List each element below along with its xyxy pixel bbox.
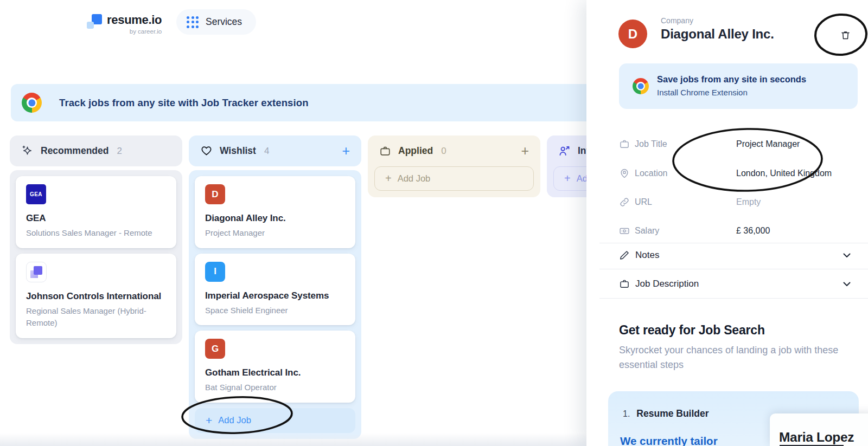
- company-logo-gotham-electrical: G: [205, 339, 225, 359]
- chrome-icon: [633, 78, 649, 94]
- company-logo-gea: GEA: [26, 184, 46, 204]
- card-role: Solutions Sales Manager - Remote: [26, 227, 166, 240]
- banknote-icon: [619, 225, 630, 236]
- column-applied: Applied 0 + + Add Job: [368, 135, 540, 197]
- briefcase-icon: [619, 279, 630, 289]
- column-label: Applied: [398, 145, 433, 157]
- install-chrome-extension-link: Install Chrome Extension: [657, 88, 748, 97]
- notes-section-toggle[interactable]: Notes: [619, 248, 853, 262]
- brand-byline: by career.io: [130, 28, 162, 35]
- divider: [599, 269, 868, 269]
- sparkles-icon: [21, 145, 34, 157]
- card-company: Imperial Aerospace Systems: [205, 290, 345, 301]
- column-recommended-list: GEA GEA Solutions Sales Manager - Remote…: [10, 170, 182, 344]
- delete-job-button[interactable]: [837, 27, 853, 43]
- company-avatar: D: [618, 20, 647, 48]
- field-label: Location: [635, 169, 668, 178]
- step-label: Resume Builder: [636, 408, 709, 419]
- card-company: Gotham Electrical Inc.: [205, 367, 345, 378]
- divider: [599, 298, 868, 299]
- extension-title: Save jobs from any site in seconds: [657, 74, 806, 85]
- job-card-diagonal-alley[interactable]: D Diagonal Alley Inc. Project Manager: [195, 176, 355, 248]
- field-salary: Salary £ 36,000: [619, 224, 858, 237]
- field-label: Salary: [635, 226, 659, 236]
- link-icon: [619, 197, 630, 208]
- card-company: Johnson Controls International: [26, 291, 166, 302]
- get-ready-subtitle: Skyrocket your chances of landing a job …: [619, 343, 860, 373]
- column-count: 0: [441, 146, 446, 157]
- wishlist-add-job-button[interactable]: + Add Job: [195, 408, 355, 433]
- plus-icon: +: [385, 172, 392, 185]
- pencil-icon: [619, 250, 630, 261]
- company-logo-diagonal-alley: D: [205, 184, 225, 204]
- card-company: Diagonal Alley Inc.: [205, 213, 345, 224]
- company-label: Company: [661, 16, 693, 25]
- person-arrow-icon: [558, 145, 571, 157]
- banner-text: Track jobs from any site with Job Tracke…: [59, 97, 309, 109]
- resumeio-logo-icon: [87, 14, 102, 30]
- plus-icon: +: [564, 172, 571, 185]
- resume-preview-name: Maria Lopez: [779, 430, 854, 445]
- company-logo-imperial-aerospace: I: [205, 262, 225, 282]
- notes-label: Notes: [635, 250, 659, 261]
- job-title-value[interactable]: Project Manager: [736, 139, 800, 149]
- chevron-down-icon: [841, 249, 853, 261]
- step-cta-link[interactable]: We currently tailor: [620, 435, 718, 446]
- company-logo-johnson-controls: [26, 262, 47, 282]
- job-card-johnson-controls[interactable]: Johnson Controls International Regional …: [16, 254, 176, 338]
- column-wishlist: Wishlist 4 + D Diagonal Alley Inc. Proje…: [189, 135, 361, 439]
- brand-name: resume.io: [107, 13, 162, 27]
- job-card-gea[interactable]: GEA GEA Solutions Sales Manager - Remote: [16, 176, 176, 248]
- add-job-plus-button[interactable]: +: [342, 144, 350, 158]
- add-job-plus-button[interactable]: +: [521, 144, 529, 158]
- column-label: Wishlist: [220, 145, 256, 157]
- add-job-label: Add Job: [218, 415, 251, 425]
- trash-icon: [840, 29, 851, 41]
- location-pin-icon: [619, 168, 630, 179]
- briefcase-icon: [619, 139, 630, 150]
- services-label: Services: [206, 16, 242, 28]
- resumeio-logo[interactable]: resume.io by career.io: [87, 13, 162, 35]
- column-recommended-header: Recommended 2: [10, 135, 182, 166]
- job-description-section-toggle[interactable]: Job Description: [619, 277, 853, 291]
- job-detail-panel: D Company Diagonal Alley Inc. Save jobs …: [586, 0, 868, 446]
- column-count: 2: [117, 146, 122, 157]
- field-job-title: Job Title Project Manager: [619, 138, 858, 151]
- url-value[interactable]: Empty: [736, 197, 761, 207]
- card-role: Bat Signal Operator: [205, 382, 345, 394]
- card-role: Project Manager: [205, 227, 345, 240]
- field-label: Job Title: [635, 139, 667, 149]
- services-button[interactable]: Services: [176, 9, 256, 35]
- chrome-icon: [22, 93, 42, 113]
- card-company: GEA: [26, 213, 166, 224]
- field-location: Location London, United Kingdom: [619, 167, 858, 180]
- location-value[interactable]: London, United Kingdom: [736, 169, 832, 178]
- column-label: Recommended: [41, 145, 108, 157]
- column-wishlist-header: Wishlist 4 +: [189, 135, 361, 166]
- get-ready-title: Get ready for Job Search: [619, 323, 765, 338]
- job-tracker-page: { "ui": { "plus": "+" }, "header": { "br…: [0, 0, 868, 446]
- field-label: URL: [635, 197, 652, 207]
- company-name: Diagonal Alley Inc.: [661, 27, 774, 42]
- plus-icon: +: [206, 414, 212, 427]
- apps-grid-icon: [187, 16, 199, 28]
- salary-value[interactable]: £ 36,000: [736, 226, 770, 236]
- step-number: 1.: [623, 409, 630, 419]
- column-applied-header: Applied 0 +: [368, 135, 540, 166]
- job-description-label: Job Description: [635, 279, 699, 289]
- column-wishlist-list: D Diagonal Alley Inc. Project Manager I …: [189, 170, 361, 439]
- field-url: URL Empty: [619, 196, 858, 209]
- job-card-gotham-electrical[interactable]: G Gotham Electrical Inc. Bat Signal Oper…: [195, 331, 355, 403]
- add-job-label: Add Job: [398, 173, 431, 184]
- card-role: Space Shield Engineer: [205, 305, 345, 317]
- column-recommended: Recommended 2 GEA GEA Solutions Sales Ma…: [10, 135, 182, 344]
- divider: [599, 243, 868, 243]
- briefcase-icon: [379, 145, 391, 157]
- install-extension-card[interactable]: Save jobs from any site in seconds Insta…: [619, 63, 858, 109]
- resume-preview-thumbnail[interactable]: Maria Lopez: [770, 413, 868, 446]
- job-card-imperial-aerospace[interactable]: I Imperial Aerospace Systems Space Shiel…: [195, 254, 355, 326]
- heart-icon: [200, 145, 213, 157]
- column-count: 4: [264, 146, 269, 157]
- card-role: Regional Sales Manager (Hybrid-Remote): [26, 305, 166, 329]
- applied-add-job-button[interactable]: + Add Job: [374, 166, 534, 191]
